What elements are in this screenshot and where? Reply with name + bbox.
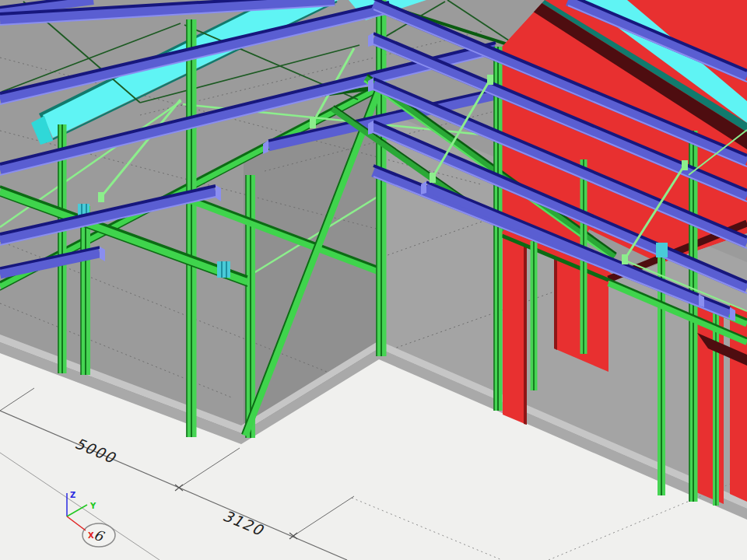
- wall-panel[interactable]: [503, 235, 527, 425]
- axis-y-label: Y: [89, 502, 96, 510]
- column[interactable]: [58, 124, 62, 373]
- column[interactable]: [81, 206, 86, 375]
- 3d-model-viewport[interactable]: 5000 3120 6 Z Y X: [0, 0, 747, 560]
- axis-x-label: X: [88, 531, 94, 540]
- column[interactable]: [187, 19, 191, 437]
- connection-plate[interactable]: [656, 243, 668, 257]
- panel-edge: [554, 257, 557, 350]
- panel-edge: [524, 244, 527, 425]
- axis-z-label: Z: [70, 491, 75, 499]
- column[interactable]: [494, 47, 498, 411]
- column[interactable]: [246, 175, 251, 438]
